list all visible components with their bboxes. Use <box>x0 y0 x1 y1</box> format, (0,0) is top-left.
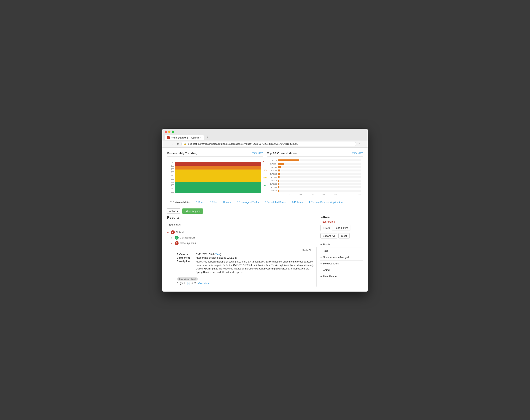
component-label: Component <box>177 256 194 259</box>
filter-section-field-controls[interactable]: +Field Controls <box>320 260 363 267</box>
new-tab-button[interactable]: + <box>205 135 210 140</box>
browser-toolbar-icons: ☆ ⋮ <box>358 142 366 146</box>
top10-view-more[interactable]: View More <box>352 152 363 154</box>
configuration-subgroup: + 3 Configuration <box>171 235 317 240</box>
top10-bar-row: CWE-399 <box>269 169 361 172</box>
bar-label: CWE-284 <box>269 163 277 165</box>
tab-item[interactable]: 0 Policies <box>289 199 306 205</box>
bar-fill <box>278 176 280 178</box>
trending-view-more[interactable]: View More <box>252 152 263 154</box>
filter-section-aging[interactable]: +Aging <box>320 267 363 273</box>
critical-badge: 6 <box>171 230 175 234</box>
list-icon: ☰ <box>194 282 196 285</box>
charts-row: Vulnerability Trending View More 5004504… <box>167 151 363 195</box>
bar-fill <box>278 190 279 192</box>
dropdown-arrow-icon: ▾ <box>177 210 178 212</box>
filter-section-label: Field Controls <box>323 262 339 265</box>
top10-bar-row: CWE-20 <box>269 166 361 168</box>
footer-count3: 0 <box>191 282 193 285</box>
filter-expand-icon: + <box>320 249 322 253</box>
trending-chart-title: Vulnerability Trending <box>167 151 197 155</box>
forward-button[interactable]: → <box>170 142 174 146</box>
action-button[interactable]: Action ▾ <box>167 209 180 214</box>
trending-chart-container: 500450400350300 250200150100500 <box>167 156 263 195</box>
bar-label: CWE-200 <box>269 176 277 178</box>
address-bar[interactable]: 🔒 localhost:8080/threadfix/organizations… <box>181 142 356 146</box>
code-injection-toggle-icon[interactable]: – <box>171 241 174 245</box>
top10-title: Top 10 Vulnerabilities <box>267 151 296 155</box>
tabs-row: 510 Vulnerabilities1 Scan0 FilesHistory0… <box>167 199 363 205</box>
bar-label: CWE-79 <box>269 190 277 192</box>
tab-item[interactable]: 1 Scan <box>193 199 207 205</box>
tab-item[interactable]: History <box>220 199 234 205</box>
filter-section-scanner-and-#-merged[interactable]: +Scanner and # Merged <box>320 254 363 260</box>
bar-fill <box>278 169 280 171</box>
filters-applied-button[interactable]: Filters Applied <box>182 209 203 214</box>
filter-tab-load[interactable]: Load Filters <box>332 225 351 231</box>
tab-item[interactable]: 0 Files <box>207 199 220 205</box>
check-all-checkbox[interactable] <box>312 249 314 251</box>
footer-count2: 0 <box>184 282 186 285</box>
description-value: FasterXML jackson-databind through 2.8.1… <box>196 260 314 274</box>
bar-label: CWE-20 <box>269 166 277 168</box>
filter-expand-all-button[interactable]: Expand All <box>320 233 337 239</box>
filter-section-date-range[interactable]: +Date Range <box>320 273 363 280</box>
top10-bar-row: CWE-284 <box>269 163 361 165</box>
description-label: Description <box>177 260 194 275</box>
critical-toggle-icon[interactable]: – <box>167 231 170 234</box>
bar-fill <box>278 163 284 165</box>
comment-icon: 💬 <box>180 282 183 285</box>
top10-bar-row: CWE-119 <box>269 173 361 175</box>
file-icon: 📄 <box>187 282 190 285</box>
bar-label: CWE-264 <box>269 186 277 188</box>
browser-window: Acme Example | ThreadFix ✕ + ← → ↻ 🔒 loc… <box>162 129 368 292</box>
tab-item[interactable]: 510 Vulnerabilities <box>167 199 193 205</box>
close-button[interactable] <box>165 131 167 133</box>
check-all-row: Check All <box>177 249 314 252</box>
filter-expand-icon: + <box>320 262 322 265</box>
top10-bar-row: CWE-79 <box>269 189 361 192</box>
tab-item[interactable]: 0 Scheduled Scans <box>262 199 289 205</box>
results-title: Results <box>167 216 317 220</box>
minimize-button[interactable] <box>168 131 170 133</box>
bar-label: CWE-119 <box>269 173 277 175</box>
filter-tab-filters[interactable]: Filters <box>320 225 332 231</box>
filter-expand-icon: + <box>320 269 322 272</box>
active-tab[interactable]: Acme Example | ThreadFix ✕ <box>165 135 204 140</box>
tab-title: Acme Example | ThreadFix <box>171 136 199 139</box>
code-injection-header[interactable]: – 1 Code Injection <box>171 240 317 246</box>
configuration-header[interactable]: + 3 Configuration <box>171 235 317 240</box>
vuln-view-more-link[interactable]: View More <box>198 282 209 285</box>
critical-label: Critical <box>176 231 184 234</box>
check-all-label: Check All <box>301 249 311 252</box>
top10-bar-row: CWE-264 <box>269 186 361 189</box>
tab-item[interactable]: 1 Remote Provider Application <box>306 199 346 205</box>
filter-section-tags[interactable]: +Tags <box>320 248 363 254</box>
vulnerability-trending-section: Vulnerability Trending View More 5004504… <box>167 151 263 195</box>
reference-view-link[interactable]: View <box>215 253 220 256</box>
results-panel: Results Expand All – 6 Critical + 3 Conf… <box>167 216 317 288</box>
extensions-icon[interactable]: ⋮ <box>362 142 366 146</box>
configuration-toggle-icon[interactable]: + <box>171 236 174 239</box>
top10-header: Top 10 Vulnerabilities View More <box>267 151 363 155</box>
expand-all-button[interactable]: Expand All <box>167 222 183 227</box>
trending-chart-header: Vulnerability Trending View More <box>167 151 263 155</box>
reference-value: CVE-2017-17485 (View) <box>196 253 314 256</box>
filter-section-pivots[interactable]: +Pivots <box>320 241 363 248</box>
critical-group-header[interactable]: – 6 Critical <box>167 230 317 235</box>
reference-label: Reference <box>177 253 194 256</box>
bookmark-icon[interactable]: ☆ <box>358 142 361 146</box>
filter-section-label: Pivots <box>323 243 330 246</box>
back-button[interactable]: ← <box>164 142 169 146</box>
tab-close-icon[interactable]: ✕ <box>200 136 202 139</box>
window-controls <box>165 131 365 133</box>
filter-applied-text: Filter Applied <box>320 220 363 223</box>
bar-fill <box>278 183 279 185</box>
vuln-fields: Reference CVE-2017-17485 (View) Componen… <box>177 253 314 275</box>
filter-clear-button[interactable]: Clear <box>339 233 350 239</box>
maximize-button[interactable] <box>172 131 174 133</box>
site-favicon <box>167 136 170 139</box>
refresh-button[interactable]: ↻ <box>176 142 180 146</box>
vuln-footer: 0 💬 0 📄 0 ☰ View More <box>177 282 314 285</box>
tab-item[interactable]: 0 Scan Agent Tasks <box>234 199 262 205</box>
